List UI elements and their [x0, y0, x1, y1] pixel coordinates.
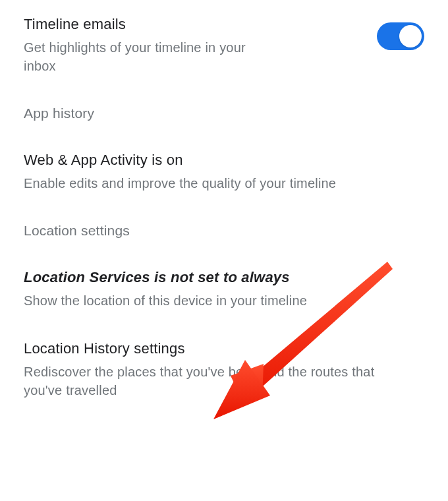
location-services-row[interactable]: Location Services is not set to always S…	[24, 269, 424, 310]
web-app-activity-row[interactable]: Web & App Activity is on Enable edits an…	[24, 152, 424, 192]
timeline-emails-row[interactable]: Timeline emails Get highlights of your t…	[24, 16, 424, 75]
web-app-activity-title: Web & App Activity is on	[24, 152, 424, 169]
timeline-emails-subtitle: Get highlights of your timeline in your …	[24, 38, 248, 75]
location-history-subtitle: Rediscover the places that you've been a…	[24, 363, 393, 399]
location-history-text: Location History settings Rediscover the…	[24, 340, 424, 399]
timeline-emails-title: Timeline emails	[24, 16, 366, 33]
location-services-title: Location Services is not set to always	[24, 269, 424, 286]
web-app-activity-text: Web & App Activity is on Enable edits an…	[24, 152, 424, 192]
location-history-title: Location History settings	[24, 340, 424, 357]
app-history-header: App history	[24, 105, 424, 121]
timeline-emails-text: Timeline emails Get highlights of your t…	[24, 16, 366, 75]
location-services-subtitle: Show the location of this device in your…	[24, 291, 393, 310]
location-services-text: Location Services is not set to always S…	[24, 269, 424, 310]
web-app-activity-subtitle: Enable edits and improve the quality of …	[24, 174, 393, 192]
location-settings-header: Location settings	[24, 223, 424, 239]
annotation-arrow-icon	[0, 0, 448, 501]
timeline-emails-toggle[interactable]	[377, 22, 424, 50]
location-history-row[interactable]: Location History settings Rediscover the…	[24, 340, 424, 399]
toggle-knob-icon	[399, 25, 422, 47]
